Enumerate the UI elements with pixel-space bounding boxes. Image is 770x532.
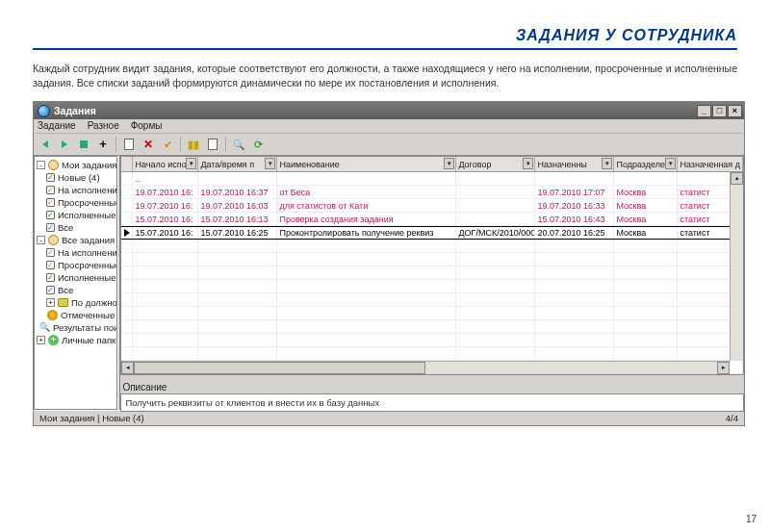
- minimize-button[interactable]: _: [697, 105, 711, 117]
- tree-item-done[interactable]: Исполненные: [58, 209, 116, 221]
- person-icon: [48, 160, 59, 170]
- app-window: Задания _ □ × Задание Разное Формы + ✕ ✔…: [33, 101, 745, 426]
- close-button[interactable]: ×: [728, 105, 742, 117]
- status-count: 4/4: [726, 413, 738, 423]
- add-button[interactable]: +: [94, 136, 112, 153]
- find-button[interactable]: 🔍: [230, 136, 247, 153]
- grid-header: Начало испо▾ Дата/время п▾ Наименование▾…: [121, 157, 743, 172]
- page-title: ЗАДАНИЯ У СОТРУДНИКА: [516, 27, 737, 44]
- plus-folder-icon: +: [48, 335, 59, 345]
- toolbar: + ✕ ✔ ▮▮ 🔍 ⟳: [34, 134, 744, 156]
- check-blue-icon: [46, 286, 55, 294]
- col-contract[interactable]: Договор: [458, 160, 491, 169]
- table-row[interactable]: 15.07.2010 16:15.07.2010 16:25Проконтрол…: [121, 226, 743, 240]
- check-blue-icon: [46, 223, 55, 232]
- new-doc-button[interactable]: [120, 136, 138, 153]
- menu-task[interactable]: Задание: [38, 120, 76, 131]
- status-path: Мои задания | Новые (4): [39, 413, 144, 423]
- expand-icon[interactable]: +: [37, 336, 45, 344]
- dropdown-icon[interactable]: ▾: [444, 158, 454, 169]
- nav-stop-button[interactable]: [75, 136, 92, 153]
- check-green-icon: [46, 211, 55, 219]
- page-button[interactable]: [204, 136, 221, 153]
- scrollbar-horizontal[interactable]: ◂▸: [121, 361, 730, 374]
- expand-icon[interactable]: -: [37, 236, 45, 244]
- tree-item-done2[interactable]: Исполненные: [58, 271, 116, 284]
- scrollbar-vertical[interactable]: ▴: [730, 172, 743, 361]
- refresh-button[interactable]: ⟳: [249, 136, 267, 153]
- tree-root-my[interactable]: Мои задания: [62, 159, 116, 171]
- table-row[interactable]: 19.07.2010 16:19.07.2010 16:37от Беса19.…: [121, 186, 743, 199]
- table-row[interactable]: 15.07.2010 16:15.07.2010 16:13Проверка с…: [121, 213, 743, 226]
- search-icon: 🔍: [39, 322, 50, 333]
- description-label: Описание: [120, 379, 744, 393]
- col-name[interactable]: Наименование: [279, 160, 339, 169]
- column-button[interactable]: ▮▮: [185, 136, 202, 153]
- dropdown-icon[interactable]: ▾: [523, 158, 533, 169]
- window-title: Задания: [54, 105, 96, 116]
- tree-item-overdue[interactable]: Просроченные: [58, 196, 117, 209]
- check-orange-icon: [46, 186, 55, 194]
- tree-root-all[interactable]: Все задания: [62, 234, 115, 246]
- page-number: 17: [746, 514, 757, 524]
- menubar: Задание Разное Формы: [34, 119, 744, 134]
- check-green-icon: [46, 273, 55, 282]
- col-assigned[interactable]: Назначенны: [537, 160, 586, 169]
- person-icon: [48, 235, 59, 245]
- body-text: Каждый сотрудник видит задания, которые …: [33, 62, 737, 89]
- delete-button[interactable]: ✕: [140, 136, 157, 153]
- col-due[interactable]: Назначенная д: [680, 160, 740, 169]
- check-orange-icon: [46, 261, 55, 269]
- nav-prev-button[interactable]: [37, 136, 54, 153]
- tree-marked[interactable]: Отмеченные: [61, 309, 115, 321]
- tree-item-positions[interactable]: По должностям: [71, 296, 117, 309]
- check-orange-icon: [46, 198, 55, 207]
- dropdown-icon[interactable]: ▾: [186, 158, 196, 169]
- check-orange-icon: [46, 248, 55, 257]
- check-green-icon: [46, 173, 55, 182]
- nav-next-button[interactable]: [56, 136, 73, 153]
- menu-misc[interactable]: Разное: [88, 120, 119, 131]
- tree-item-all2[interactable]: Все: [58, 284, 73, 296]
- col-datetime[interactable]: Дата/время п: [200, 160, 254, 169]
- tree-panel: -Мои задания Новые (4) На исполнении Про…: [34, 156, 117, 410]
- dropdown-icon[interactable]: ▾: [265, 158, 275, 169]
- tree-item-exec2[interactable]: На исполнении: [58, 246, 117, 259]
- col-start[interactable]: Начало испо: [135, 160, 186, 169]
- app-icon: [38, 105, 50, 117]
- tree-item-exec[interactable]: На исполнении: [58, 184, 117, 196]
- approve-button[interactable]: ✔: [159, 136, 176, 153]
- tree-item-overdue2[interactable]: Просроченные: [58, 259, 117, 271]
- mark-icon: [47, 310, 58, 320]
- titlebar: Задания _ □ ×: [34, 102, 744, 119]
- dropdown-icon[interactable]: ▾: [665, 158, 676, 169]
- task-grid: Начало испо▾ Дата/время п▾ Наименование▾…: [120, 156, 744, 375]
- expand-icon[interactable]: +: [46, 298, 55, 307]
- tree-item-new[interactable]: Новые (4): [58, 171, 100, 184]
- dropdown-icon[interactable]: ▾: [602, 158, 612, 169]
- tree-personal[interactable]: Личные папки: [62, 334, 117, 346]
- tree-search[interactable]: Результаты поиска: [53, 321, 117, 334]
- maximize-button[interactable]: □: [712, 105, 727, 117]
- folder-icon: [58, 298, 68, 307]
- expand-icon[interactable]: -: [37, 161, 45, 169]
- table-row[interactable]: 19.07.2010 16:19.07.2010 16:03для статис…: [121, 199, 743, 213]
- menu-forms[interactable]: Формы: [131, 120, 163, 131]
- description-box[interactable]: Получить реквизиты от клиентов и внести …: [120, 393, 744, 412]
- tree-item-all[interactable]: Все: [58, 221, 73, 234]
- statusbar: Мои задания | Новые (4) 4/4: [34, 410, 744, 425]
